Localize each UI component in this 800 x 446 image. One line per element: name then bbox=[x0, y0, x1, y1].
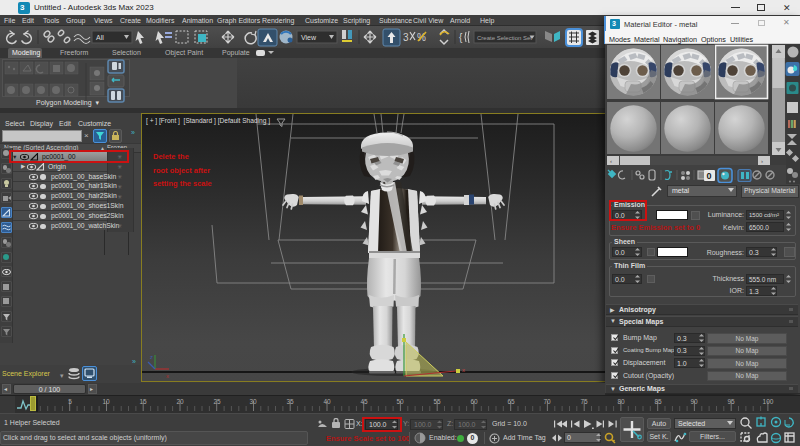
svg-text:x: x bbox=[166, 373, 169, 379]
svg-text:x: x bbox=[462, 367, 465, 373]
svg-text:Create Selection Set: Create Selection Set bbox=[477, 35, 532, 41]
svg-text:0: 0 bbox=[707, 171, 712, 181]
svg-text:All: All bbox=[96, 34, 104, 41]
svg-text:z: z bbox=[150, 354, 153, 360]
svg-text:{: { bbox=[459, 32, 463, 43]
svg-text:3: 3 bbox=[403, 32, 409, 43]
svg-text:View: View bbox=[301, 34, 317, 41]
